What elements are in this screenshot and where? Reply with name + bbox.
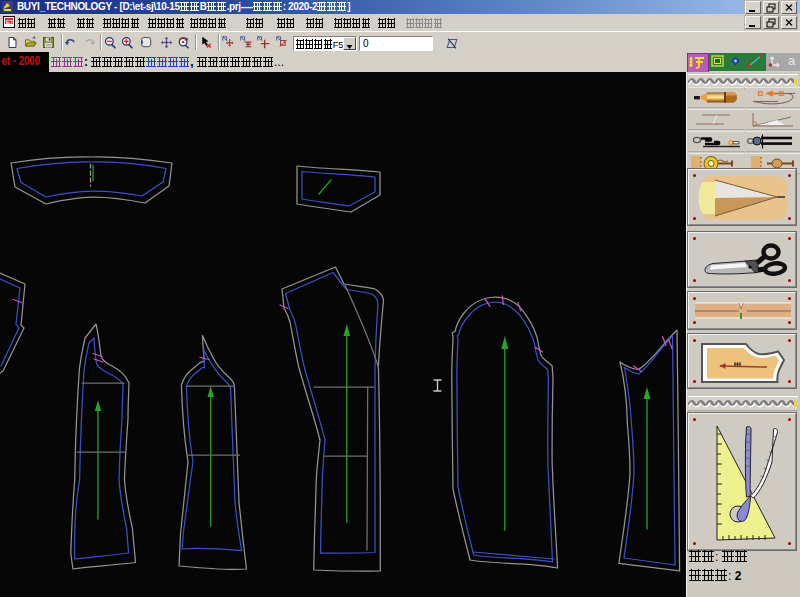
svg-text:ET: ET (6, 19, 14, 25)
